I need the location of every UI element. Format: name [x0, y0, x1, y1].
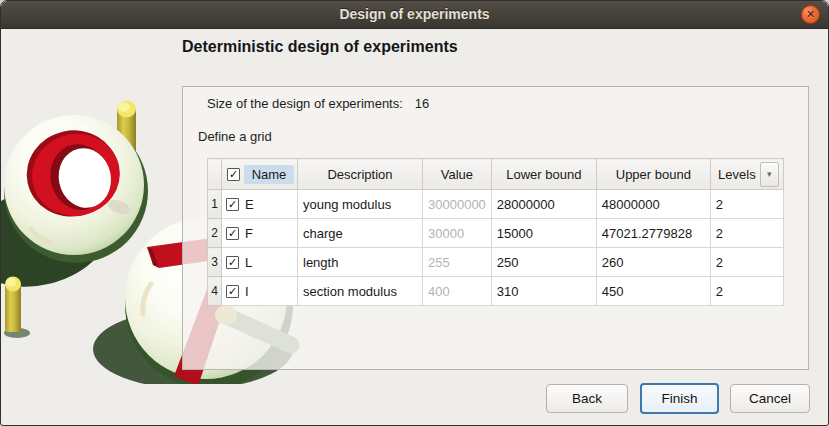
- variable-description[interactable]: young modulus: [298, 190, 423, 219]
- content-panel: Size of the design of experiments:16 Def…: [182, 86, 809, 370]
- grid-table: ✓ Name Description Value Lower bound Upp…: [207, 158, 784, 306]
- variable-name: L: [245, 255, 252, 270]
- variable-value: 255: [423, 248, 492, 277]
- lower-bound-cell[interactable]: 250: [491, 248, 596, 277]
- table-row[interactable]: 4 ✓ I section modulus 400 310 450 2: [208, 277, 784, 306]
- row-number: 2: [208, 219, 222, 248]
- upper-bound-cell[interactable]: 48000000: [596, 190, 710, 219]
- doe-size-row: Size of the design of experiments:16: [207, 96, 429, 111]
- row-number: 3: [208, 248, 222, 277]
- upper-bound-cell[interactable]: 47021.2779828: [596, 219, 710, 248]
- dialog-window: Design of experiments ✕: [0, 0, 829, 426]
- header-value[interactable]: Value: [423, 159, 492, 190]
- define-grid-label: Define a grid: [198, 129, 272, 144]
- row-number: 1: [208, 190, 222, 219]
- levels-cell[interactable]: 2: [710, 277, 783, 306]
- titlebar[interactable]: Design of experiments ✕: [1, 1, 828, 29]
- peg-icon: [5, 277, 21, 333]
- header-levels-label[interactable]: Levels: [714, 167, 760, 182]
- variable-name: F: [245, 226, 253, 241]
- lower-bound-cell[interactable]: 28000000: [491, 190, 596, 219]
- finish-button[interactable]: Finish: [640, 383, 719, 414]
- levels-cell[interactable]: 2: [710, 248, 783, 277]
- row-checkbox[interactable]: ✓: [226, 198, 239, 211]
- row-checkbox[interactable]: ✓: [226, 256, 239, 269]
- row-checkbox[interactable]: ✓: [226, 227, 239, 240]
- upper-bound-cell[interactable]: 260: [596, 248, 710, 277]
- header-name-label[interactable]: Name: [244, 165, 294, 184]
- table-row[interactable]: 1 ✓ E young modulus 30000000 28000000 48…: [208, 190, 784, 219]
- cancel-button[interactable]: Cancel: [730, 384, 810, 413]
- table-row[interactable]: 3 ✓ L length 255 250 260 2: [208, 248, 784, 277]
- variable-name: I: [245, 284, 249, 299]
- header-upper-bound[interactable]: Upper bound: [596, 159, 710, 190]
- variable-name: E: [245, 197, 254, 212]
- row-number: 4: [208, 277, 222, 306]
- lower-bound-cell[interactable]: 310: [491, 277, 596, 306]
- back-button[interactable]: Back: [546, 384, 628, 413]
- variable-description[interactable]: length: [298, 248, 423, 277]
- header-levels[interactable]: Levels ▾: [710, 159, 783, 190]
- levels-cell[interactable]: 2: [710, 190, 783, 219]
- variable-value: 30000000: [423, 190, 492, 219]
- variable-description[interactable]: charge: [298, 219, 423, 248]
- levels-cell[interactable]: 2: [710, 219, 783, 248]
- corner-header-cell: [208, 159, 222, 190]
- window-title: Design of experiments: [1, 6, 828, 22]
- lower-bound-cell[interactable]: 15000: [491, 219, 596, 248]
- peg-icon: [117, 101, 136, 170]
- page-title: Deterministic design of experiments: [182, 38, 458, 56]
- header-lower-bound[interactable]: Lower bound: [491, 159, 596, 190]
- header-name[interactable]: ✓ Name: [222, 159, 298, 190]
- table-row[interactable]: 2 ✓ F charge 30000 15000 47021.2779828 2: [208, 219, 784, 248]
- variable-description[interactable]: section modulus: [298, 277, 423, 306]
- chevron-down-icon[interactable]: ▾: [760, 162, 779, 187]
- row-checkbox[interactable]: ✓: [226, 285, 239, 298]
- header-description[interactable]: Description: [298, 159, 423, 190]
- close-icon[interactable]: ✕: [801, 5, 820, 24]
- doe-size-label: Size of the design of experiments:: [207, 96, 403, 111]
- select-all-checkbox[interactable]: ✓: [227, 168, 240, 181]
- variable-value: 30000: [423, 219, 492, 248]
- variable-value: 400: [423, 277, 492, 306]
- doe-size-value: 16: [415, 96, 429, 111]
- upper-bound-cell[interactable]: 450: [596, 277, 710, 306]
- table-header-row: ✓ Name Description Value Lower bound Upp…: [208, 159, 784, 190]
